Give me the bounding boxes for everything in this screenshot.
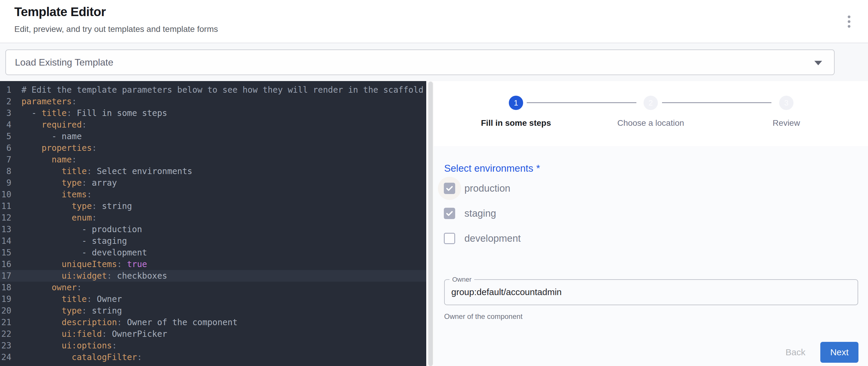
more-vert-icon xyxy=(848,16,850,18)
checkbox-development[interactable] xyxy=(444,233,455,244)
checkbox-label-production[interactable]: production xyxy=(464,183,510,194)
step-circle-2: 2 xyxy=(644,96,658,110)
line-number: 5 xyxy=(0,130,11,142)
line-number: 19 xyxy=(0,293,11,305)
code-line[interactable]: 22 ui:field: OwnerPicker xyxy=(0,328,426,340)
code-line[interactable]: 13 - production xyxy=(0,223,426,235)
line-number: 3 xyxy=(0,107,11,119)
code-line[interactable]: 21 description: Owner of the component xyxy=(0,316,426,328)
line-number: 16 xyxy=(0,258,11,270)
code-line[interactable]: 24 catalogFilter: xyxy=(0,352,426,363)
owner-field: Owner xyxy=(444,276,858,305)
line-number: 15 xyxy=(0,247,11,258)
code-line[interactable]: 1# Edit the template parameters below to… xyxy=(0,84,426,96)
line-number: 8 xyxy=(0,165,11,177)
code-line[interactable]: 8 title: Select environments xyxy=(0,165,426,177)
checkbox-production[interactable] xyxy=(444,183,455,194)
template-select-value: Load Existing Template xyxy=(15,57,113,68)
code-line[interactable]: 9 type: array xyxy=(0,177,426,189)
checkbox-row-production[interactable]: production xyxy=(438,176,521,201)
owner-input[interactable] xyxy=(451,287,848,297)
code-line[interactable]: 14 - staging xyxy=(0,235,426,247)
line-number: 10 xyxy=(0,189,11,200)
page-subtitle: Edit, preview, and try out templates and… xyxy=(14,25,218,34)
line-number: 4 xyxy=(0,119,11,130)
code-line[interactable]: 3 - title: Fill in some steps xyxy=(0,107,426,119)
code-line[interactable]: 20 type: string xyxy=(0,305,426,316)
kebab-menu-button[interactable] xyxy=(841,13,857,30)
load-template-bar: Load Existing Template xyxy=(0,43,868,81)
line-number: 1 xyxy=(0,84,11,96)
code-line[interactable]: 17 ui:widget: checkboxes xyxy=(0,270,426,282)
code-line[interactable]: 2parameters: xyxy=(0,96,426,107)
code-line[interactable]: 11 type: string xyxy=(0,200,426,212)
code-line[interactable]: 23 ui:options: xyxy=(0,340,426,352)
line-number: 20 xyxy=(0,305,11,316)
page-title: Template Editor xyxy=(14,5,106,19)
line-number: 11 xyxy=(0,200,11,212)
code-line[interactable]: 16 uniqueItems: true xyxy=(0,258,426,270)
line-number: 21 xyxy=(0,316,11,328)
owner-helper-text: Owner of the component xyxy=(444,312,523,321)
back-button[interactable]: Back xyxy=(779,342,811,363)
step-connector xyxy=(527,102,637,103)
form-panel: Select environments* productionstagingde… xyxy=(434,146,868,366)
checkbox-label-development[interactable]: development xyxy=(464,233,521,244)
step-label-3: Review xyxy=(727,118,846,128)
checkbox-row-staging[interactable]: staging xyxy=(438,201,521,226)
next-button[interactable]: Next xyxy=(820,342,859,363)
line-number: 13 xyxy=(0,223,11,235)
stepper: 1Fill in some steps2Choose a location3Re… xyxy=(434,81,868,146)
checkbox-group: productionstagingdevelopment xyxy=(438,176,521,251)
code-line[interactable]: 18 owner: xyxy=(0,282,426,293)
code-editor[interactable]: 1# Edit the template parameters below to… xyxy=(0,81,426,366)
caret-down-icon xyxy=(814,61,822,65)
line-number: 2 xyxy=(0,96,11,107)
line-number: 23 xyxy=(0,340,11,352)
owner-field-label: Owner xyxy=(450,276,474,283)
code-line[interactable]: 10 items: xyxy=(0,189,426,200)
line-number: 14 xyxy=(0,235,11,247)
checkbox-label-staging[interactable]: staging xyxy=(464,208,496,219)
line-number: 22 xyxy=(0,328,11,340)
form-group-label: Select environments* xyxy=(444,163,540,174)
line-number: 18 xyxy=(0,282,11,293)
line-number: 24 xyxy=(0,352,11,363)
step-label-2: Choose a location xyxy=(591,118,710,128)
wizard-actions: Back Next xyxy=(779,342,859,363)
required-marker: * xyxy=(536,163,540,174)
checkbox-wrapper xyxy=(438,227,461,250)
code-line[interactable]: 5 - name xyxy=(0,130,426,142)
code-line[interactable]: 15 - development xyxy=(0,247,426,258)
line-number: 9 xyxy=(0,177,11,189)
code-line[interactable]: 19 title: Owner xyxy=(0,293,426,305)
line-number: 7 xyxy=(0,154,11,165)
step-circle-3: 3 xyxy=(779,96,794,110)
code-line[interactable]: 4 required: xyxy=(0,119,426,130)
line-number: 6 xyxy=(0,142,11,154)
code-line[interactable]: 12 enum: xyxy=(0,212,426,223)
panel-resize-handle[interactable] xyxy=(428,82,433,366)
code-line[interactable]: 7 name: xyxy=(0,154,426,165)
line-number: 12 xyxy=(0,212,11,223)
checkbox-wrapper xyxy=(438,202,461,225)
checkbox-focus-ripple xyxy=(438,177,461,200)
template-select[interactable]: Load Existing Template xyxy=(5,50,835,75)
step-connector xyxy=(662,102,771,103)
step-circle-1: 1 xyxy=(509,96,523,110)
checkbox-staging[interactable] xyxy=(444,208,455,219)
line-number: 17 xyxy=(0,270,11,282)
code-line[interactable]: 6 properties: xyxy=(0,142,426,154)
step-label-1: Fill in some steps xyxy=(456,118,576,128)
checkbox-row-development[interactable]: development xyxy=(438,226,521,251)
